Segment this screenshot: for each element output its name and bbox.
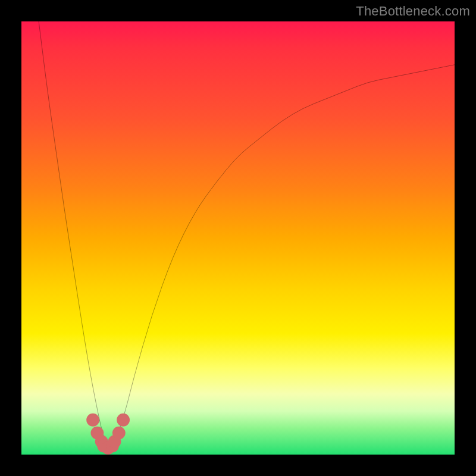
bottleneck-curve <box>39 21 455 446</box>
highlight-dot <box>117 414 130 427</box>
curve-svg <box>21 21 455 455</box>
chart-frame: TheBottleneck.com <box>0 0 476 476</box>
highlight-dot <box>86 414 99 427</box>
highlight-markers <box>86 414 130 455</box>
plot-area <box>21 21 455 455</box>
highlight-dot <box>112 427 126 440</box>
watermark-text: TheBottleneck.com <box>356 4 470 19</box>
